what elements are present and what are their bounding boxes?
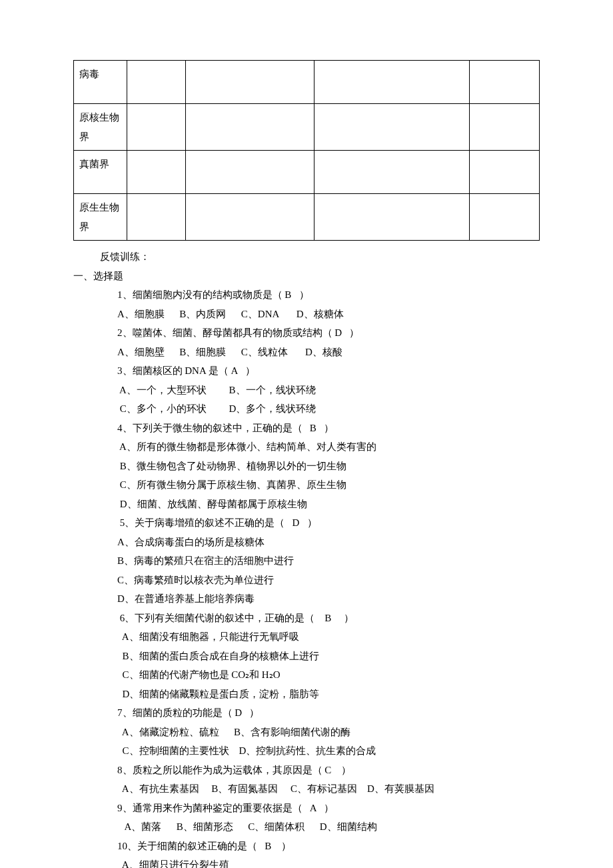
table-cell xyxy=(314,194,470,241)
table-row: 原核生物界 xyxy=(74,104,540,151)
table-cell xyxy=(185,151,314,194)
table-cell xyxy=(314,151,470,194)
question-option: C、病毒繁殖时以核衣壳为单位进行 xyxy=(73,571,540,590)
question-option: A、细菌只进行分裂生殖 xyxy=(73,855,540,868)
table-cell xyxy=(127,61,185,104)
question-stem: 6、下列有关细菌代谢的叙述中，正确的是（ B ） xyxy=(73,609,540,628)
table-cell xyxy=(127,104,185,151)
question-option: D、细菌、放线菌、酵母菌都属于原核生物 xyxy=(73,495,540,514)
table-cell: 真菌界 xyxy=(74,151,127,194)
question-stem: 1、细菌细胞内没有的结构或物质是（ B ） xyxy=(73,285,540,305)
question-option: C、所有微生物分属于原核生物、真菌界、原生生物 xyxy=(73,475,540,495)
table-cell xyxy=(469,104,539,151)
question-stem: 8、质粒之所以能作为成为运载体，其原因是（ C ） xyxy=(73,761,540,780)
question-option: A、有抗生素基因 B、有固氮基因 C、有标记基因 D、有荚膜基因 xyxy=(73,779,540,799)
question-option: B、微生物包含了处动物界、植物界以外的一切生物 xyxy=(73,457,540,476)
table-cell xyxy=(469,61,539,104)
question-option: A、细胞壁 B、细胞膜 C、线粒体 D、核酸 xyxy=(73,343,540,362)
question-option: D、细菌的储藏颗粒是蛋白质，淀粉，脂肪等 xyxy=(73,685,540,704)
question-stem: 4、下列关于微生物的叙述中，正确的是（ B ） xyxy=(73,419,540,438)
table-row: 病毒 xyxy=(74,61,540,104)
question-stem: 7、细菌的质粒的功能是（ D ） xyxy=(73,703,540,723)
feedback-heading: 反馈训练： xyxy=(73,247,540,267)
table-cell: 原生生物界 xyxy=(74,194,127,241)
table-cell: 病毒 xyxy=(74,61,127,104)
question-option: A、细胞膜 B、内质网 C、DNA D、核糖体 xyxy=(73,305,540,324)
question-option: A、储藏淀粉粒、硫粒 B、含有影响细菌代谢的酶 xyxy=(73,723,540,742)
table-cell xyxy=(185,104,314,151)
question-option: C、控制细菌的主要性状 D、控制抗药性、抗生素的合成 xyxy=(73,741,540,761)
table-row: 真菌界 xyxy=(74,151,540,194)
table-cell xyxy=(185,61,314,104)
question-stem: 5、关于病毒增殖的叙述不正确的是（ D ） xyxy=(73,513,540,533)
table-cell xyxy=(314,61,470,104)
table-row: 原生生物界 xyxy=(74,194,540,241)
table-cell xyxy=(127,151,185,194)
table-cell xyxy=(314,104,470,151)
question-option: A、所有的微生物都是形体微小、结构简单、对人类有害的 xyxy=(73,437,540,457)
question-option: C、多个，小的环状 D、多个，线状环绕 xyxy=(73,399,540,419)
question-option: C、细菌的代谢产物也是 CO₂和 H₂O xyxy=(73,665,540,685)
question-option: D、在普通培养基上能培养病毒 xyxy=(73,589,540,609)
choice-heading: 一、选择题 xyxy=(73,267,540,286)
question-stem: 3、细菌核区的 DNA 是（ A ） xyxy=(73,361,540,381)
classification-table: 病毒原核生物界真菌界原生生物界 xyxy=(73,60,540,241)
question-stem: 9、通常用来作为菌种鉴定的重要依据是（ A ） xyxy=(73,799,540,818)
table-cell: 原核生物界 xyxy=(74,104,127,151)
question-option: A、菌落 B、细菌形态 C、细菌体积 D、细菌结构 xyxy=(73,817,540,837)
question-stem: 2、噬菌体、细菌、酵母菌都具有的物质或结构（ D ） xyxy=(73,323,540,343)
question-stem: 10、关于细菌的叙述正确的是（ B ） xyxy=(73,837,540,856)
questions-list: 1、细菌细胞内没有的结构或物质是（ B ）A、细胞膜 B、内质网 C、DNA D… xyxy=(73,285,540,868)
table-cell xyxy=(469,151,539,194)
table-cell xyxy=(185,194,314,241)
question-option: A、细菌没有细胞器，只能进行无氧呼吸 xyxy=(73,627,540,647)
table-cell xyxy=(469,194,539,241)
question-option: A、一个，大型环状 B、一个，线状环绕 xyxy=(73,381,540,400)
table-cell xyxy=(127,194,185,241)
question-option: B、病毒的繁殖只在宿主的活细胞中进行 xyxy=(73,551,540,571)
question-option: A、合成病毒蛋白的场所是核糖体 xyxy=(73,533,540,552)
question-option: B、细菌的蛋白质合成在自身的核糖体上进行 xyxy=(73,647,540,666)
